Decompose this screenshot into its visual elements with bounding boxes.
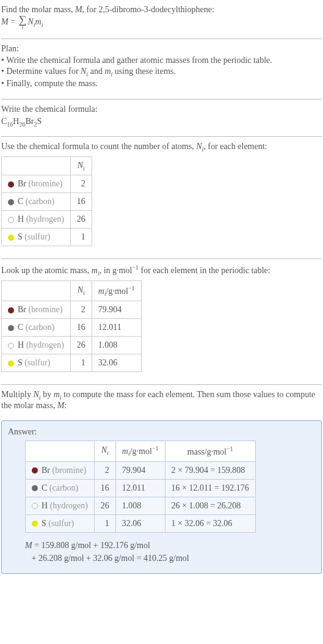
divider [1,384,322,385]
count-section: Use the chemical formula to count the nu… [1,139,322,257]
element-swatch-icon [32,467,38,474]
intro-line: Find the molar mass, M, for 2,5-dibromo-… [1,5,322,15]
element-symbol: H [18,214,24,224]
element-name: (bromine) [53,466,87,475]
col-element [26,441,95,461]
table-row: Br (bromine)279.9042 × 79.904 = 159.808 [26,461,256,479]
col-Ni: Ni [70,156,92,175]
cell-m: 12.011 [115,479,165,497]
cell-element: C (carbon) [2,319,71,337]
intro-equation: M = ∑iNimi [1,15,322,30]
table-header-row: Ni mi/g·mol−1 [2,280,142,301]
cell-element: S (sulfur) [26,514,95,532]
cell-m: 32.06 [92,354,141,372]
var-M: M [75,5,82,14]
table-row: H (hydrogen)261.00826 × 1.008 = 26.208 [26,497,256,514]
plan-item: • Determine values for Ni and mi using t… [1,66,322,78]
divider [1,38,322,39]
element-name: (bromine) [29,179,63,188]
divider [1,99,322,100]
element-symbol: H [18,340,24,349]
formula-section: Write the chemical formula: C16H26Br2S [1,102,322,134]
element-name: (sulfur) [24,358,50,367]
answer-inner: Ni mi/g·mol−1 mass/g·mol−1 Br (bromine)2… [8,441,315,564]
cell-element: H (hydrogen) [26,497,95,514]
masses-section: Look up the atomic mass, mi, in g·mol−1 … [1,262,322,382]
element-name: (carbon) [26,323,54,332]
cell-m: 79.904 [92,301,141,319]
cell-element: Br (bromine) [2,301,71,319]
element-symbol: S [18,358,23,367]
table-row: S (sulfur)132.061 × 32.06 = 32.06 [26,514,256,532]
plan-section: Plan: • Write the chemical formula and g… [1,42,322,97]
col-element [2,280,71,301]
element-swatch-icon [32,485,38,491]
cell-n: 1 [70,229,92,246]
var-mi: mi [104,67,112,76]
divider [1,136,322,137]
var-Ni: Ni [81,67,88,76]
chemical-formula: C16H26Br2S [1,117,322,128]
answer-box: Answer: Ni mi/g·mol−1 mass/g·mol−1 Br (b… [1,420,322,573]
element-swatch-icon [32,503,38,509]
var-mi: mi [92,266,100,275]
col-Ni: Ni [70,280,92,301]
element-name: (hydrogen) [26,214,64,224]
element-symbol: Br [42,466,50,475]
plan-item: • Finally, compute the mass. [1,78,322,89]
eq-eq: = [9,17,18,26]
element-symbol: H [42,501,48,510]
cell-element: H (hydrogen) [2,337,71,354]
table-row: C (carbon)1612.011 [2,319,142,337]
count-title: Use the chemical formula to count the nu… [1,142,322,153]
col-Ni: Ni [94,441,115,461]
cell-n: 2 [94,461,115,479]
col-mass: mass/g·mol−1 [165,441,255,461]
intro-section: Find the molar mass, M, for 2,5-dibromo-… [1,2,322,36]
table-header-row: Ni [2,156,92,175]
table-row: H (hydrogen)261.008 [2,337,142,354]
element-symbol: Br [18,179,26,188]
count-table: Ni Br (bromine)2C (carbon)16H (hydrogen)… [1,156,92,247]
cell-m: 1.008 [92,337,141,354]
element-swatch-icon [8,235,14,241]
intro-text2: , for 2,5-dibromo-3-dodecylthiophene: [82,5,214,14]
element-symbol: C [42,483,47,492]
element-symbol: S [18,232,23,241]
element-name: (bromine) [29,305,63,314]
intro-text: Find the molar mass, [1,5,75,14]
col-mi: mi/g·mol−1 [92,280,141,301]
cell-n: 26 [70,337,92,354]
table-row: Br (bromine)2 [2,175,92,193]
element-swatch-icon [8,360,14,367]
element-symbol: S [42,519,46,528]
cell-m: 32.06 [115,514,165,532]
var-mi: mi [54,390,62,399]
cell-m: 1.008 [115,497,165,514]
masses-title: Look up the atomic mass, mi, in g·mol−1 … [1,264,322,276]
cell-n: 26 [70,211,92,229]
formula-title: Write the chemical formula: [1,104,322,114]
cell-calc: 1 × 32.06 = 32.06 [165,514,255,532]
cell-element: Br (bromine) [2,175,71,193]
eq-M: M [1,17,9,26]
cell-m: 12.011 [92,319,141,337]
plan-bullets: • Write the chemical formula and gather … [1,54,322,90]
element-swatch-icon [8,307,14,313]
cell-element: Br (bromine) [26,461,95,479]
answer-label: Answer: [8,427,315,437]
eq-term: Nimi [27,17,43,26]
answer-table: Ni mi/g·mol−1 mass/g·mol−1 Br (bromine)2… [25,441,256,532]
col-mi: mi/g·mol−1 [115,441,165,461]
table-row: C (carbon)1612.01116 × 12.011 = 192.176 [26,479,256,497]
cell-element: H (hydrogen) [2,211,71,229]
col-element [2,156,71,175]
element-swatch-icon [32,521,38,527]
cell-calc: 16 × 12.011 = 192.176 [165,479,255,497]
plan-item: • Write the chemical formula and gather … [1,55,322,66]
var-M: M [57,401,65,410]
cell-calc: 2 × 79.904 = 159.808 [165,461,255,479]
cell-n: 2 [70,301,92,319]
var-Ni: Ni [34,390,41,399]
element-swatch-icon [8,181,14,188]
